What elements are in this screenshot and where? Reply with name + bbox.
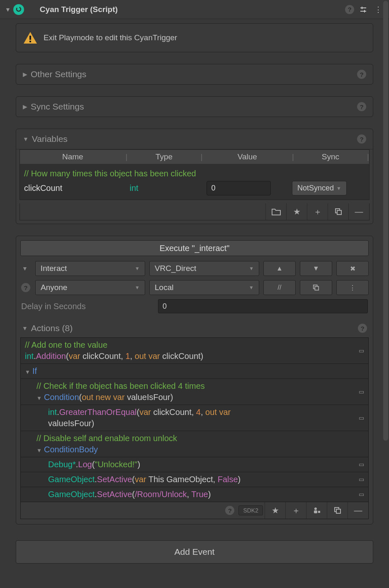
var-name: clickCount: [24, 183, 125, 193]
variables-panel: ▼ Variables ? Name | Type | Value | Sync…: [16, 129, 373, 224]
duplicate-icon[interactable]: [327, 502, 348, 519]
chevron-down-icon[interactable]: ▼: [22, 325, 28, 332]
who-dropdown[interactable]: Anyone▼: [35, 280, 145, 295]
warning-text: Exit Playmode to edit this CyanTrigger: [44, 33, 177, 42]
chevron-down-icon[interactable]: ▼: [36, 395, 42, 402]
svg-rect-5: [29, 36, 31, 40]
window-icon[interactable]: ▭: [359, 347, 364, 355]
delete-button[interactable]: ✖: [336, 261, 369, 276]
warning-icon: [23, 31, 38, 44]
component-title: Cyan Trigger (Script): [40, 5, 118, 14]
star-icon[interactable]: ★: [286, 203, 307, 220]
add-event-button[interactable]: Add Event: [16, 540, 373, 564]
move-down-button[interactable]: ▼: [300, 261, 332, 276]
col-value: Value: [203, 152, 292, 161]
svg-rect-8: [337, 210, 341, 215]
cyan-trigger-logo-icon: [13, 4, 24, 15]
chevron-right-icon[interactable]: ▶: [23, 103, 27, 110]
action-row[interactable]: // Check if the object has been clicked …: [21, 379, 368, 405]
foldout-icon[interactable]: ▼: [5, 6, 11, 13]
help-icon[interactable]: ?: [21, 283, 30, 292]
action-comment: // Disable self and enable room unlock: [36, 433, 364, 444]
menu-icon[interactable]: ⋮: [372, 4, 384, 15]
help-icon[interactable]: ?: [225, 506, 234, 515]
add-icon[interactable]: ＋: [285, 502, 306, 519]
broadcast-dropdown[interactable]: VRC_Direct▼: [149, 261, 259, 276]
duplicate-button[interactable]: [300, 280, 332, 295]
folder-icon[interactable]: [265, 203, 286, 220]
event-panel: Execute "_interact" ▼ Interact▼ VRC_Dire…: [16, 236, 373, 525]
duplicate-icon[interactable]: [328, 203, 348, 220]
sync-settings-panel[interactable]: ▶ Sync Settings ?: [16, 96, 373, 117]
move-up-button[interactable]: ▲: [263, 261, 296, 276]
col-sync: Sync: [294, 152, 367, 161]
action-list: // Add one to the value int.Addition(var…: [20, 337, 369, 502]
var-sync-dropdown[interactable]: NotSynced ▼: [292, 181, 347, 195]
scrollbar[interactable]: [383, 1, 388, 441]
variables-toolbar: ★ ＋ —: [19, 203, 370, 220]
comment-button[interactable]: //: [263, 280, 296, 295]
svg-rect-12: [314, 510, 317, 513]
actions-toolbar: ? SDK2 ★ ＋ —: [20, 502, 369, 519]
local-icon[interactable]: [306, 502, 327, 519]
chevron-down-icon[interactable]: ▼: [25, 368, 31, 376]
svg-rect-10: [315, 286, 318, 290]
other-settings-panel[interactable]: ▶ Other Settings ?: [16, 64, 373, 85]
help-icon[interactable]: ?: [358, 324, 367, 333]
chevron-down-icon: ▼: [249, 285, 254, 290]
help-icon[interactable]: ?: [357, 134, 366, 144]
chevron-right-icon[interactable]: ▶: [23, 71, 27, 78]
col-name: Name: [20, 152, 126, 161]
chevron-down-icon: ▼: [249, 266, 254, 271]
action-row[interactable]: int.GreaterThanOrEqual(var clickCount, 4…: [21, 405, 368, 431]
svg-rect-15: [336, 509, 340, 513]
section-title: Other Settings: [31, 69, 86, 79]
action-row-if[interactable]: ▼If: [21, 364, 368, 379]
chevron-down-icon: ▼: [336, 185, 341, 191]
window-icon[interactable]: ▭: [359, 414, 364, 422]
section-title: Variables: [32, 134, 68, 144]
var-type: int: [129, 183, 202, 193]
window-icon[interactable]: ▭: [359, 476, 364, 483]
action-row[interactable]: // Add one to the value int.Addition(var…: [21, 338, 368, 364]
menu-button[interactable]: ⋮: [336, 280, 369, 295]
scope-dropdown[interactable]: Local▼: [149, 280, 259, 295]
window-icon[interactable]: ▭: [359, 388, 364, 396]
action-comment: // Check if the object has been clicked …: [36, 381, 355, 392]
action-row[interactable]: Debug*.Log("Unlocked!") ▭: [21, 457, 368, 472]
chevron-down-icon[interactable]: ▼: [22, 265, 28, 272]
variables-columns: Name | Type | Value | Sync |: [20, 150, 369, 164]
window-icon[interactable]: ▭: [359, 490, 364, 498]
action-row[interactable]: // Disable self and enable room unlock ▼…: [21, 431, 368, 457]
svg-rect-13: [318, 511, 320, 513]
trigger-type-dropdown[interactable]: Interact▼: [35, 261, 145, 276]
variable-comment: // How many times this object has been c…: [24, 169, 365, 178]
remove-icon[interactable]: —: [348, 502, 368, 519]
window-icon[interactable]: ▭: [359, 461, 364, 468]
help-icon[interactable]: ?: [357, 70, 366, 79]
star-icon[interactable]: ★: [265, 502, 285, 519]
execute-button[interactable]: Execute "_interact": [20, 240, 369, 256]
add-icon[interactable]: ＋: [307, 203, 328, 220]
action-row[interactable]: GameObject.SetActive(/Room/Unlock, True)…: [21, 487, 368, 502]
svg-rect-6: [29, 41, 31, 42]
chevron-down-icon[interactable]: ▼: [23, 136, 29, 142]
remove-icon[interactable]: —: [348, 203, 369, 220]
svg-point-0: [15, 6, 22, 13]
chevron-down-icon[interactable]: ▼: [36, 447, 42, 454]
help-icon[interactable]: ?: [357, 102, 366, 111]
delay-input[interactable]: [158, 299, 368, 313]
action-row[interactable]: GameObject.SetActive(var This GameObject…: [21, 472, 368, 487]
component-header[interactable]: ▼ Cyan Trigger (Script) ? ⋮: [0, 0, 389, 19]
variable-row[interactable]: clickCount int NotSynced ▼: [24, 181, 365, 195]
help-icon[interactable]: ?: [343, 4, 354, 15]
chevron-down-icon: ▼: [135, 285, 140, 290]
var-value-input[interactable]: [207, 181, 271, 195]
sdk-label[interactable]: SDK2: [238, 505, 263, 515]
col-type: Type: [127, 152, 200, 161]
chevron-down-icon: ▼: [135, 266, 140, 271]
delay-label: Delay in Seconds: [21, 302, 154, 311]
settings-icon[interactable]: [357, 4, 369, 15]
section-title: Sync Settings: [31, 102, 84, 112]
svg-point-11: [314, 507, 317, 510]
